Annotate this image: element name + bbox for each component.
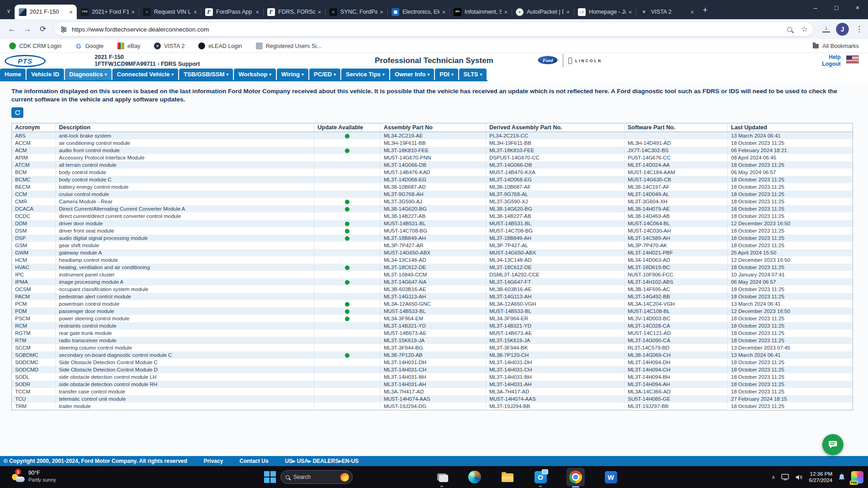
nav-tab-label: Connected Vehicle bbox=[117, 71, 170, 78]
tab-close-icon[interactable]: × bbox=[566, 9, 570, 16]
table-row: DSMdriver front seat moduleMU5T-14C708-B… bbox=[12, 227, 853, 234]
tab-close-icon[interactable]: × bbox=[442, 9, 445, 16]
cell-description: passenger door module bbox=[56, 308, 314, 315]
footer-link-contact-us[interactable]: Contact Us bbox=[239, 458, 268, 464]
pts-logo[interactable]: PTS bbox=[5, 55, 46, 67]
speaker-icon[interactable] bbox=[795, 474, 803, 481]
sync-favicon: e bbox=[329, 8, 337, 16]
word-button[interactable]: W bbox=[604, 470, 618, 484]
display-cast-icon[interactable] bbox=[781, 474, 789, 481]
nav-tab-slts[interactable]: SLTS▾ bbox=[459, 69, 487, 80]
tab-close-icon[interactable]: × bbox=[628, 9, 632, 16]
bookmark-item[interactable]: eLEAD Login bbox=[198, 42, 242, 49]
cell-description: radio transceiver module bbox=[56, 337, 314, 344]
back-button[interactable]: ← bbox=[6, 25, 17, 34]
taskbar-search[interactable]: Search bbox=[281, 470, 353, 484]
refresh-button[interactable] bbox=[11, 107, 23, 118]
edge-button[interactable] bbox=[468, 470, 482, 484]
start-button[interactable] bbox=[264, 471, 276, 483]
browser-tab[interactable]: VVISTA 2× bbox=[636, 5, 698, 19]
nav-tab-owner-info[interactable]: Owner Info▾ bbox=[390, 69, 434, 80]
tab-close-icon[interactable]: × bbox=[131, 9, 135, 16]
browser-tab[interactable]: ≡Request VIN Lo× bbox=[139, 5, 201, 19]
bookmark-item[interactable]: GGoogle bbox=[75, 42, 103, 49]
site-info-icon[interactable] bbox=[60, 26, 67, 33]
chat-bubble-button[interactable] bbox=[822, 434, 843, 455]
nav-tab-diagnostics[interactable]: Diagnostics▾ bbox=[65, 69, 111, 80]
browser-tab[interactable]: M76Infotainment, S× bbox=[450, 5, 512, 19]
browser-tab[interactable]: 2021 F-150× bbox=[15, 5, 77, 19]
us-flag-icon[interactable] bbox=[846, 55, 859, 64]
tab-close-icon[interactable]: × bbox=[318, 9, 321, 16]
tab-close-icon[interactable]: × bbox=[504, 9, 508, 16]
bookmark-item[interactable]: Registered Users Si... bbox=[256, 42, 322, 49]
cell-acronym: ATCM bbox=[12, 161, 56, 169]
browser-tab[interactable]: FFDRS, FORScan× bbox=[263, 5, 325, 19]
tab-close-icon[interactable]: × bbox=[690, 9, 694, 16]
browser-tab[interactable]: eSYNC, FordPas× bbox=[325, 5, 387, 19]
tab-close-icon[interactable]: × bbox=[69, 9, 73, 16]
footer-link-privacy[interactable]: Privacy bbox=[204, 458, 223, 464]
bookmark-item[interactable]: CDK CRM Login bbox=[9, 42, 61, 49]
cell-acronym: PCM bbox=[12, 300, 56, 308]
forward-button[interactable]: → bbox=[22, 25, 33, 34]
url-text[interactable]: https://www.fordtechservice.dealerconnec… bbox=[72, 26, 787, 33]
cell-update bbox=[314, 300, 381, 308]
nav-tab-pc-ed[interactable]: PC/ED▾ bbox=[309, 69, 340, 80]
nav-tab-home[interactable]: Home bbox=[0, 69, 26, 80]
nav-tab-tsb-gsb-ssm[interactable]: TSB/GSB/SSM▾ bbox=[179, 69, 233, 80]
browser-tab[interactable]: LRHomepage - Ja× bbox=[574, 5, 636, 19]
preview-app-icon[interactable]: PRE bbox=[851, 471, 863, 483]
copyright-text: © Copyright 2000, 2001-2024, Ford Motor … bbox=[4, 458, 187, 464]
browser-menu-icon[interactable]: ⋮ bbox=[855, 24, 863, 34]
file-explorer-button[interactable] bbox=[501, 470, 514, 484]
tab-close-icon[interactable]: × bbox=[255, 9, 259, 16]
tray-chevron-icon[interactable]: ∧ bbox=[772, 474, 775, 480]
cell-description: air conditioning control module bbox=[56, 139, 314, 147]
help-link[interactable]: Help bbox=[818, 54, 841, 60]
browser-tab[interactable]: FFordPass App× bbox=[201, 5, 263, 19]
weather-widget[interactable]: 1 90°F Partly sunny bbox=[11, 470, 56, 483]
elead-icon bbox=[198, 42, 205, 49]
cell-update bbox=[314, 373, 381, 381]
tab-close-icon[interactable]: × bbox=[193, 9, 197, 16]
nav-tab-connected-vehicle[interactable]: Connected Vehicle▾ bbox=[112, 69, 178, 80]
browser-tab[interactable]: ●AutoiPacket | D× bbox=[512, 5, 574, 19]
footer-locale[interactable]: US▸ USA▸ DEALERS▸EN-US bbox=[285, 458, 359, 464]
browser-tab[interactable]: F1502021+ Ford F1× bbox=[77, 5, 139, 19]
nav-tab-wiring[interactable]: Wiring▾ bbox=[277, 69, 308, 80]
cell-software bbox=[625, 132, 728, 140]
logout-link[interactable]: Logout bbox=[813, 61, 841, 67]
cell-derived: DSPU5T-14G670-CC bbox=[486, 154, 625, 161]
nav-tab-service-tips[interactable]: Service Tips▾ bbox=[341, 69, 389, 80]
minimize-button[interactable]: – bbox=[805, 4, 826, 11]
browser-tab[interactable]: ▦Electronics, Ele× bbox=[387, 5, 450, 19]
bookmark-star-icon[interactable]: ☆ bbox=[801, 26, 808, 33]
nav-tab-pdi[interactable]: PDI▾ bbox=[435, 69, 458, 80]
nav-tab-label: Wiring bbox=[281, 71, 300, 78]
tab-close-icon[interactable]: × bbox=[380, 9, 383, 16]
notification-bell-icon[interactable] bbox=[838, 473, 845, 481]
nav-tab-vehicle-id[interactable]: Vehicle ID bbox=[26, 69, 64, 80]
cell-acronym: TCU bbox=[12, 395, 56, 403]
outlook-button[interactable]: O bbox=[534, 470, 547, 484]
search-lens-icon[interactable] bbox=[787, 27, 792, 32]
new-tab-button[interactable]: + bbox=[703, 5, 708, 15]
cell-derived: ML3T-14G647-FT bbox=[486, 278, 625, 286]
reload-button[interactable]: ⟳ bbox=[37, 25, 48, 34]
maximize-button[interactable]: □ bbox=[826, 4, 847, 11]
chrome-button[interactable] bbox=[566, 468, 585, 486]
nav-tab-workshop[interactable]: Workshop▾ bbox=[234, 69, 276, 80]
task-view-button[interactable] bbox=[435, 470, 449, 484]
profile-avatar[interactable]: J bbox=[836, 23, 849, 36]
cell-description: trailer module bbox=[56, 403, 314, 410]
cell-updated: 18 October 2023 11:25 bbox=[728, 242, 853, 249]
close-button[interactable]: × bbox=[847, 4, 868, 11]
url-bar[interactable]: https://www.fordtechservice.dealerconnec… bbox=[55, 22, 813, 36]
bookmark-item[interactable]: eBay bbox=[117, 42, 141, 49]
tab-search-chevron-icon[interactable]: ∨ bbox=[3, 8, 15, 14]
bookmark-item[interactable]: VVISTA 2 bbox=[154, 42, 185, 49]
downloads-icon[interactable]: ↓ bbox=[822, 24, 830, 32]
all-bookmarks-button[interactable]: All Bookmarks bbox=[813, 43, 859, 49]
taskbar-clock[interactable]: 12:36 PM 6/27/2024 bbox=[809, 471, 832, 483]
